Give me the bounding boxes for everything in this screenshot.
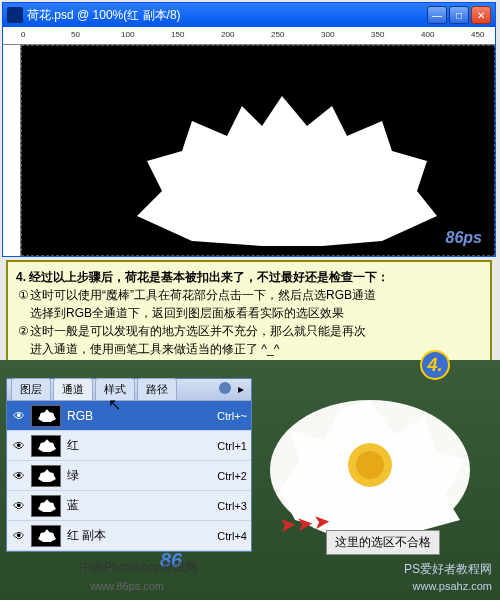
- close-button[interactable]: ✕: [471, 6, 491, 24]
- channel-red[interactable]: 👁 红 Ctrl+1: [7, 431, 251, 461]
- panel-menu-icon[interactable]: ▸: [234, 382, 248, 396]
- channels-panel[interactable]: 图层 通道 样式 路径 ▸ 👁 RGB Ctrl+~ 👁 红 Ctrl+1 👁 …: [6, 378, 252, 552]
- svg-point-2: [356, 451, 384, 479]
- channel-list: 👁 RGB Ctrl+~ 👁 红 Ctrl+1 👁 绿 Ctrl+2 👁 蓝 C…: [7, 401, 251, 551]
- footer-right-url: www.psahz.com: [413, 580, 492, 592]
- channel-thumbnail: [31, 525, 61, 547]
- footer-right-name: PS爱好者教程网: [404, 561, 492, 578]
- ruler-vertical: [3, 45, 21, 256]
- channel-thumbnail: [31, 435, 61, 457]
- visibility-icon[interactable]: 👁: [11, 498, 27, 514]
- channel-thumbnail: [31, 465, 61, 487]
- tab-styles[interactable]: 样式: [95, 378, 135, 400]
- visibility-icon[interactable]: 👁: [11, 438, 27, 454]
- step-badge: 4.: [420, 350, 450, 380]
- instruction-box: 4. 经过以上步骤后，荷花是基本被扣出来了，不过最好还是检查一下： ①这时可以使…: [6, 260, 492, 366]
- channel-thumbnail: [31, 495, 61, 517]
- lotus-silhouette: [122, 81, 442, 251]
- title-bar[interactable]: 荷花.psd @ 100%(红 副本/8) — □ ✕: [3, 3, 495, 27]
- arrow-annotation: ➤➤➤: [278, 509, 331, 537]
- footer-url: www.86ps.com: [90, 580, 164, 592]
- instruction-heading: 4. 经过以上步骤后，荷花是基本被扣出来了，不过最好还是检查一下：: [16, 270, 389, 284]
- canvas[interactable]: 86ps: [21, 45, 495, 256]
- document-window: 荷花.psd @ 100%(红 副本/8) — □ ✕ 0 50 100 150…: [2, 2, 496, 257]
- ruler-horizontal: 0 50 100 150 200 250 300 350 400 450: [3, 27, 495, 45]
- lotus-photo: [240, 360, 480, 550]
- window-controls: — □ ✕: [427, 6, 491, 24]
- footer-site-name: 中国Photoshop资源网: [80, 559, 197, 576]
- tab-channels[interactable]: 通道: [53, 378, 93, 400]
- minimize-button[interactable]: —: [427, 6, 447, 24]
- document-title: 荷花.psd @ 100%(红 副本/8): [27, 7, 181, 24]
- visibility-icon[interactable]: 👁: [11, 528, 27, 544]
- maximize-button[interactable]: □: [449, 6, 469, 24]
- panel-collapse-icon[interactable]: [219, 382, 231, 394]
- selection-note: 这里的选区不合格: [326, 530, 440, 555]
- tab-layers[interactable]: 图层: [11, 378, 51, 400]
- watermark: 86ps: [446, 229, 482, 247]
- channel-rgb[interactable]: 👁 RGB Ctrl+~: [7, 401, 251, 431]
- visibility-icon[interactable]: 👁: [11, 408, 27, 424]
- channel-red-copy[interactable]: 👁 红 副本 Ctrl+4: [7, 521, 251, 551]
- visibility-icon[interactable]: 👁: [11, 468, 27, 484]
- channel-green[interactable]: 👁 绿 Ctrl+2: [7, 461, 251, 491]
- app-icon: [7, 7, 23, 23]
- channel-blue[interactable]: 👁 蓝 Ctrl+3: [7, 491, 251, 521]
- tab-paths[interactable]: 路径: [137, 378, 177, 400]
- panel-tabs: 图层 通道 样式 路径 ▸: [7, 379, 251, 401]
- channel-thumbnail: [31, 405, 61, 427]
